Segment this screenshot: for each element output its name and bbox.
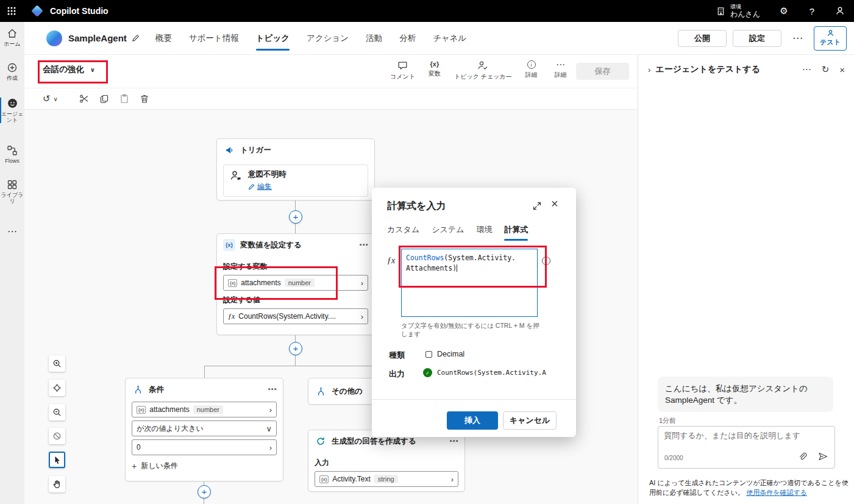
settings-gear-button[interactable]: ⚙	[770, 0, 798, 22]
expand-icon	[533, 202, 541, 210]
tab-system[interactable]: システム	[432, 224, 464, 241]
tab-activity[interactable]: 活動	[366, 22, 382, 55]
tab-overview[interactable]: 概要	[155, 22, 172, 55]
center-target-icon	[52, 383, 62, 392]
node-more-button[interactable]: ⋯	[359, 240, 368, 250]
cancel-button[interactable]: キャンセル	[503, 411, 557, 430]
gear-icon: ⚙	[780, 5, 788, 16]
tab-support[interactable]: サポート情報	[189, 22, 239, 55]
reset-zoom-button[interactable]	[49, 428, 65, 444]
output-value: ✓ CountRows(System.Activity.A	[423, 368, 546, 377]
chevron-right-icon: ›	[361, 279, 363, 288]
help-button[interactable]: ?	[798, 0, 826, 22]
condition-variable-field[interactable]: {x} attachments number ›	[132, 402, 277, 417]
app-launcher-button[interactable]	[0, 0, 23, 22]
node-more-button[interactable]: ⋯	[268, 384, 277, 395]
generative-input-field[interactable]: {x} Activity.Text string ›	[315, 471, 458, 487]
variables-tool[interactable]: {x} 変数	[425, 60, 444, 81]
generative-answers-node[interactable]: 生成型の回答を作成する ⋯ 入力 {x} Activity.Text strin…	[308, 430, 465, 492]
add-condition-button[interactable]: + 新しい条件	[132, 461, 277, 471]
agent-name: SampleAgent	[68, 33, 127, 43]
pointer-cursor-icon	[53, 455, 62, 464]
tab-actions[interactable]: アクション	[307, 22, 349, 55]
undo-button[interactable]: ↺ ∨	[43, 93, 58, 104]
panel-more-button[interactable]: ⋯	[802, 64, 811, 75]
tab-custom[interactable]: カスタム	[387, 224, 419, 241]
node-more-button[interactable]: ⋯	[449, 436, 458, 447]
details-more-tool[interactable]: ⋯ 詳細	[551, 60, 571, 81]
refresh-button[interactable]: ↻	[822, 64, 830, 75]
success-check-icon: ✓	[423, 368, 432, 377]
fit-view-button[interactable]	[49, 380, 65, 396]
comment-tool[interactable]: コメント	[390, 60, 415, 81]
paste-button[interactable]	[119, 94, 129, 104]
test-panel-toggle-button[interactable]: テスト	[814, 26, 847, 51]
copy-button[interactable]	[99, 94, 109, 104]
pan-tool-button[interactable]	[49, 476, 65, 492]
tab-topics[interactable]: トピック	[256, 22, 290, 55]
add-node-button[interactable]: +	[289, 210, 302, 224]
collapse-panel-button[interactable]: ›	[648, 65, 650, 74]
environment-picker[interactable]: 環境 わんさん	[706, 0, 770, 22]
condition-value-field[interactable]: 0 ›	[132, 439, 277, 455]
sidebar-item-library[interactable]: ライブラリ	[0, 179, 24, 204]
value-formula-field[interactable]: ƒx CountRows(System.Activity.... ›	[223, 308, 368, 324]
add-node-button[interactable]: +	[289, 342, 302, 355]
attach-file-button[interactable]	[798, 452, 807, 461]
tab-environment[interactable]: 環境	[476, 224, 492, 241]
dialog-divider	[372, 399, 576, 400]
topic-checker-icon	[477, 60, 488, 71]
trigger-item[interactable]: 意図不明時 編集	[223, 165, 368, 197]
agent-edit-icon[interactable]	[132, 34, 140, 42]
close-panel-button[interactable]: ×	[839, 65, 845, 75]
topic-name-dropdown[interactable]: 会話の強化 ∨	[43, 64, 95, 75]
add-node-button[interactable]: +	[197, 485, 211, 499]
chevron-right-icon: ›	[451, 475, 454, 484]
app-title: Copilot Studio	[50, 6, 109, 16]
paperclip-icon	[798, 452, 807, 461]
expand-dialog-button[interactable]	[533, 202, 541, 210]
terms-link[interactable]: 使用条件を確認する	[746, 489, 807, 496]
set-variable-node[interactable]: {x} 変数値を設定する ⋯ 設定する変数 {x} attachments nu…	[216, 233, 375, 335]
sidebar-item-agents[interactable]: エージェント	[0, 98, 24, 123]
cut-button[interactable]	[79, 94, 89, 104]
zoom-out-button[interactable]	[49, 404, 65, 421]
chat-input-container[interactable]: 0/2000	[658, 426, 835, 469]
publish-button[interactable]: 公開	[678, 30, 727, 47]
connector-line	[204, 366, 387, 366]
library-icon	[7, 179, 18, 190]
account-button[interactable]	[826, 0, 854, 22]
char-counter: 0/2000	[664, 455, 683, 461]
formula-editor[interactable]: CountRows(System.Activity. Attachments)	[401, 249, 538, 317]
condition-node[interactable]: 条件 ⋯ {x} attachments number › が次の値より大きい …	[125, 378, 283, 481]
topic-checker-tool[interactable]: トピック チェッカー	[454, 60, 512, 81]
sidebar-item-home[interactable]: ホーム	[0, 28, 24, 47]
details-info-tool[interactable]: i 詳細	[522, 60, 541, 81]
tab-channels[interactable]: チャネル	[433, 22, 466, 55]
formula-info-button[interactable]: i	[542, 257, 550, 265]
variable-picker-field[interactable]: {x} attachments number ›	[223, 275, 368, 291]
trigger-node[interactable]: トリガー 意図不明時 編集	[216, 138, 375, 201]
sidebar-item-create[interactable]: 作成	[0, 62, 24, 81]
send-message-button[interactable]	[818, 452, 828, 461]
sidebar-item-flows[interactable]: Flows	[0, 145, 24, 164]
save-button[interactable]: 保存	[576, 63, 629, 80]
chat-input[interactable]	[664, 431, 830, 440]
tab-analytics[interactable]: 分析	[399, 22, 416, 55]
value-section-label: 設定する値	[223, 295, 368, 305]
output-label: 出力	[389, 369, 405, 380]
select-tool-button[interactable]	[49, 452, 65, 468]
close-dialog-button[interactable]: ×	[551, 197, 558, 211]
flows-icon	[7, 145, 18, 156]
type-value: Decimal	[425, 350, 464, 358]
tab-formula[interactable]: 計算式	[504, 224, 528, 241]
trigger-edit-link[interactable]: 編集	[248, 182, 272, 192]
sidebar-item-more[interactable]: ⋯	[0, 225, 24, 237]
condition-operator-dropdown[interactable]: が次の値より大きい ∨	[132, 421, 277, 436]
header-more-button[interactable]: ⋯	[788, 32, 808, 44]
info-icon: i	[542, 257, 550, 265]
settings-button[interactable]: 設定	[733, 30, 781, 47]
insert-button[interactable]: 挿入	[447, 411, 498, 430]
zoom-in-button[interactable]	[49, 355, 65, 372]
delete-button[interactable]	[140, 94, 149, 104]
